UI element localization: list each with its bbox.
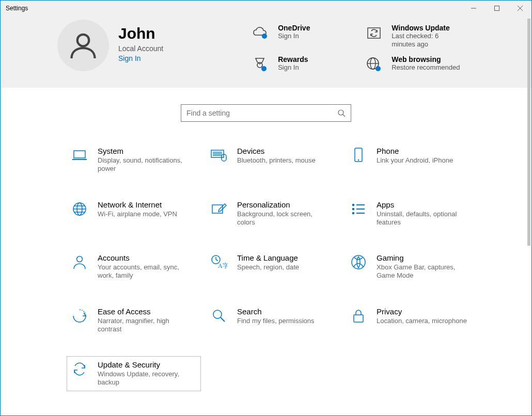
person-icon [68,30,99,61]
category-subtitle: Find my files, permissions [237,317,315,325]
category-title: Time & Language [237,253,299,262]
category-subtitle: Wi-Fi, airplane mode, VPN [98,210,177,218]
category-personalization[interactable]: PersonalizationBackground, lock screen, … [206,196,340,231]
status-subtitle: Sign In [278,32,310,40]
category-search[interactable]: SearchFind my files, permissions [206,303,340,338]
category-subtitle: Location, camera, microphone [377,317,467,325]
svg-point-7 [257,62,262,68]
category-subtitle: Your accounts, email, sync, work, family [98,263,191,280]
globe-icon [365,55,383,74]
lock-icon [350,307,367,325]
status-windows-update[interactable]: Windows Update Last checked: 6 minutes a… [365,24,473,48]
category-accounts[interactable]: AccountsYour accounts, email, sync, work… [67,249,201,284]
sign-in-link[interactable]: Sign In [118,54,163,62]
svg-text:A字: A字 [218,262,228,269]
minimize-button[interactable] [462,1,485,15]
phone-icon [350,147,367,164]
category-subtitle: Xbox Game Bar, captures, Game Mode [377,263,470,280]
category-gaming[interactable]: GamingXbox Game Bar, captures, Game Mode [346,249,480,284]
category-title: Personalization [237,200,330,209]
category-subtitle: Windows Update, recovery, backup [98,370,191,387]
svg-rect-29 [212,205,223,213]
search-wrap [1,88,531,142]
list-icon [350,200,367,218]
category-subtitle: Display, sound, notifications, power [98,156,191,173]
category-subtitle: Bluetooth, printers, mouse [237,156,316,165]
search-icon [210,307,228,325]
status-title: Windows Update [392,24,464,32]
category-subtitle: Link your Android, iPhone [377,156,453,165]
category-title: Gaming [377,253,470,262]
search-icon [337,109,346,117]
category-apps[interactable]: AppsUninstall, defaults, optional featur… [346,196,480,231]
svg-rect-31 [352,208,354,210]
status-grid: OneDrive Sign In Windows Update Last che… [251,20,473,74]
pen-icon [210,200,228,218]
categories-grid: SystemDisplay, sound, notifications, pow… [1,142,531,391]
category-title: Apps [377,200,470,209]
svg-point-8 [261,66,267,71]
globe-icon [71,200,88,218]
category-devices[interactable]: DevicesBluetooth, printers, mouse [206,142,340,178]
medal-icon [251,55,270,74]
status-rewards[interactable]: Rewards Sign In [251,55,349,74]
user-name: John [118,25,163,42]
category-ease-of-access[interactable]: Ease of AccessNarrator, magnifier, high … [67,303,201,338]
window-controls [462,1,531,15]
keyboard-icon [210,147,228,164]
maximize-button[interactable] [485,1,508,15]
search-input[interactable] [186,109,337,117]
status-web-browsing[interactable]: Web browsing Restore recommended [365,55,473,74]
time-icon: A字 [210,253,228,271]
svg-rect-15 [74,151,85,158]
category-phone[interactable]: PhoneLink your Android, iPhone [346,142,480,178]
category-title: Phone [377,147,453,155]
cloud-icon [251,24,270,42]
header-band: John Local Account Sign In OneDrive Sign… [1,15,531,88]
svg-rect-32 [352,212,354,214]
svg-point-41 [352,255,365,269]
category-title: Devices [237,147,316,155]
category-subtitle: Uninstall, defaults, optional features [377,210,470,227]
category-title: System [98,147,191,155]
category-time-language[interactable]: A字 Time & LanguageSpeech, region, date [206,249,340,284]
svg-line-14 [343,115,345,117]
category-network[interactable]: Network & InternetWi-Fi, airplane mode, … [67,196,201,231]
close-button[interactable] [508,1,531,15]
category-title: Privacy [377,307,467,316]
svg-rect-30 [352,204,354,206]
status-title: OneDrive [278,24,310,32]
category-system[interactable]: SystemDisplay, sound, notifications, pow… [67,142,201,178]
category-update-security[interactable]: Update & SecurityWindows Update, recover… [67,356,201,391]
user-text: John Local Account Sign In [118,20,163,62]
titlebar: Settings [1,1,531,15]
user-avatar[interactable] [57,20,109,71]
xbox-icon [350,253,367,271]
category-title: Network & Internet [98,200,177,209]
category-subtitle: Background, lock screen, colors [237,210,330,227]
status-subtitle: Last checked: 6 minutes ago [392,32,464,48]
sync-icon [365,24,383,42]
category-title: Accounts [98,253,191,262]
status-onedrive[interactable]: OneDrive Sign In [251,24,349,48]
status-subtitle: Sign In [278,63,308,72]
svg-rect-44 [354,315,363,322]
ease-icon [71,307,88,325]
search-box[interactable] [181,104,351,122]
scrollbar[interactable] [527,19,530,246]
status-title: Rewards [278,55,308,63]
window-title: Settings [6,5,28,12]
maximize-icon [494,6,499,11]
svg-line-43 [221,317,225,322]
category-privacy[interactable]: PrivacyLocation, camera, microphone [346,303,480,338]
category-title: Update & Security [98,360,191,369]
category-subtitle: Speech, region, date [237,263,299,271]
svg-rect-1 [494,6,499,10]
status-subtitle: Restore recommended [392,63,460,72]
category-title: Search [237,307,315,316]
category-subtitle: Narrator, magnifier, high contrast [98,317,191,334]
svg-point-42 [213,310,222,318]
minimize-icon [471,6,476,11]
status-title: Web browsing [392,55,460,63]
category-title: Ease of Access [98,307,191,316]
